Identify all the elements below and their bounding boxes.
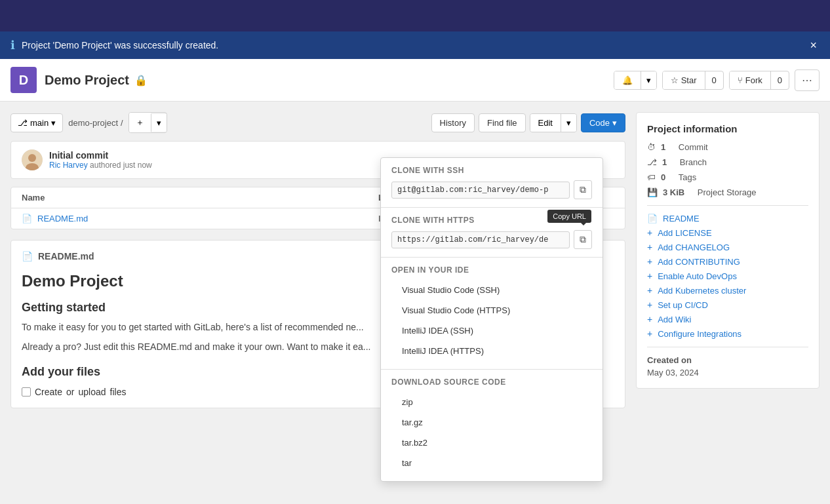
branch-selector-button[interactable]: ⎇ main ▾ [10, 113, 63, 132]
readme-doc-icon: 📄 [647, 214, 658, 223]
project-title: Demo Project 🔒 [45, 73, 148, 88]
configure-integrations-label: Configure Integrations [658, 329, 741, 339]
copy-icon-2: ⧉ [580, 234, 586, 244]
clone-https-input[interactable] [391, 231, 570, 248]
clone-ssh-copy-button[interactable]: ⧉ [574, 180, 592, 199]
clone-https-row: ⧉ Copy URL [391, 230, 592, 249]
notification-bar: ℹ Project 'Demo Project' was successfull… [0, 31, 830, 59]
project-header: D Demo Project 🔒 🔔 ▾ ☆ Star 0 ⑂ Fork 0 ⋯ [0, 59, 830, 102]
readme-file-icon: 📄 [22, 251, 33, 262]
storage-size: 3 KiB [663, 187, 684, 197]
bell-button[interactable]: 🔔 [614, 71, 641, 89]
action-buttons: History Find file Edit ▾ Code ▾ [431, 113, 625, 132]
add-dropdown-button[interactable]: ▾ [151, 114, 167, 132]
svg-point-1 [28, 154, 36, 162]
clone-ssh-input[interactable] [391, 182, 570, 199]
or-text: or [66, 387, 74, 397]
clone-ssh-section: Clone with SSH ⧉ [381, 158, 603, 208]
plus-icon-7: + [647, 314, 652, 324]
breadcrumb: demo-project / [68, 118, 123, 128]
sidebar: Project information ⏱ 1 Commit ⎇ 1 Branc… [636, 112, 820, 408]
enable-autodevops-link[interactable]: + Enable Auto DevOps [647, 271, 808, 281]
toolbar-row: ⎇ main ▾ demo-project / ＋ ▾ History Find… [10, 112, 625, 133]
info-icon: ℹ [10, 38, 15, 52]
clone-https-copy-button[interactable]: ⧉ Copy URL [574, 230, 592, 249]
add-kubernetes-link[interactable]: + Add Kubernetes cluster [647, 285, 808, 296]
find-file-button[interactable]: Find file [479, 113, 526, 132]
sidebar-title: Project information [647, 123, 808, 134]
download-label: Download source code [391, 378, 592, 387]
add-license-label: Add LICENSE [658, 228, 711, 238]
add-button-group: ＋ ▾ [128, 112, 167, 133]
vscode-https-option[interactable]: Visual Studio Code (HTTPS) [391, 300, 592, 320]
open-ide-label: Open in your IDE [391, 265, 592, 275]
created-date: May 03, 2024 [647, 368, 808, 378]
download-targz-option[interactable]: tar.gz [391, 412, 592, 419]
storage-label: Project Storage [698, 187, 757, 197]
readme-filename: README.md [38, 251, 94, 262]
branch-stat-icon: ⎇ [647, 157, 657, 167]
commit-author-link[interactable]: Ric Harvey [49, 161, 88, 170]
upload-link[interactable]: upload [78, 387, 106, 397]
enable-autodevops-label: Enable Auto DevOps [658, 271, 737, 281]
add-wiki-label: Add Wiki [658, 315, 691, 324]
plus-icon-3: + [647, 256, 652, 267]
download-zip-option[interactable]: zip [391, 392, 592, 412]
more-options-button[interactable]: ⋯ [795, 69, 820, 91]
add-changelog-link[interactable]: + Add CHANGELOG [647, 242, 808, 252]
star-label: Star [681, 75, 697, 85]
create-link[interactable]: Create [35, 387, 62, 397]
add-contributing-label: Add CONTRIBUTING [658, 257, 740, 267]
commit-stat-icon: ⏱ [647, 142, 656, 152]
vscode-ssh-option[interactable]: Visual Studio Code (SSH) [391, 280, 592, 300]
project-info-card: Project information ⏱ 1 Commit ⎇ 1 Branc… [636, 112, 820, 389]
plus-icon-5: + [647, 285, 652, 296]
add-wiki-link[interactable]: + Add Wiki [647, 314, 808, 324]
branch-name: main [30, 118, 49, 128]
edit-button[interactable]: Edit [530, 114, 561, 132]
star-count: 0 [705, 71, 723, 89]
lock-icon: 🔒 [134, 74, 148, 87]
bell-dropdown-button[interactable]: ▾ [641, 71, 656, 89]
fork-count: 0 [770, 71, 789, 89]
fork-button[interactable]: ⑂ Fork [730, 71, 770, 89]
plus-icon-8: + [647, 328, 652, 339]
copy-url-tooltip: Copy URL [547, 210, 591, 223]
clone-ssh-row: ⧉ [391, 180, 592, 199]
plus-icon-2: + [647, 242, 652, 252]
commit-authored: authored just now [90, 161, 152, 170]
edit-dropdown-button[interactable]: ▾ [561, 114, 576, 132]
file-link[interactable]: README.md [37, 214, 88, 223]
configure-integrations-link[interactable]: + Configure Integrations [647, 328, 808, 339]
tag-stat: 🏷 0 Tags [647, 172, 808, 182]
star-button-group: ☆ Star 0 [662, 71, 724, 90]
add-license-link[interactable]: + Add LICENSE [647, 227, 808, 238]
branch-chevron-icon: ▾ [51, 118, 56, 128]
readme-link[interactable]: 📄 README [647, 214, 808, 223]
add-changelog-label: Add CHANGELOG [658, 242, 730, 252]
add-button[interactable]: ＋ [129, 113, 151, 132]
star-button[interactable]: ☆ Star [663, 71, 705, 89]
intellij-ssh-option[interactable]: IntelliJ IDEA (SSH) [391, 320, 592, 341]
commit-count: 1 [661, 142, 665, 152]
history-button[interactable]: History [431, 113, 475, 132]
notification-close-button[interactable]: × [807, 39, 820, 52]
fork-button-group: ⑂ Fork 0 [729, 71, 789, 90]
branch-icon: ⎇ [18, 118, 28, 128]
intellij-https-option[interactable]: IntelliJ IDEA (HTTPS) [391, 341, 592, 361]
top-navbar [0, 0, 830, 31]
copy-icon: ⧉ [580, 184, 586, 195]
add-contributing-link[interactable]: + Add CONTRIBUTING [647, 256, 808, 267]
plus-icon-6: + [647, 300, 652, 310]
notification-message: Project 'Demo Project' was successfully … [22, 40, 218, 50]
branch-label: Branch [680, 157, 707, 167]
code-label: Code [589, 118, 610, 128]
setup-cicd-link[interactable]: + Set up CI/CD [647, 300, 808, 310]
project-avatar: D [10, 67, 37, 93]
add-kubernetes-label: Add Kubernetes cluster [658, 286, 746, 296]
storage-stat: 💾 3 KiB Project Storage [647, 187, 808, 197]
tag-count: 0 [661, 172, 665, 182]
avatar-image [22, 149, 43, 170]
readme-link-label: README [663, 214, 700, 223]
code-button[interactable]: Code ▾ [581, 113, 625, 132]
